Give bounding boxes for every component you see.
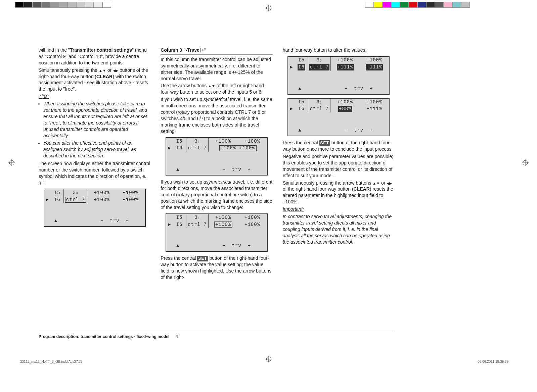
imposition-filename: 33112_mx12_HoTT_2_GB.indd Abs27:75	[20, 360, 83, 363]
body-text: If you wish to set up symmetrical travel…	[161, 96, 272, 134]
up-down-icon: ▲▼	[372, 181, 380, 185]
body-text: Simultaneously pressing the arrow button…	[283, 180, 395, 205]
body-text: Negative and positive parameter values a…	[283, 153, 395, 179]
lcd-screenshot: I53▯+100%+100% ▶I6ctrl 7+111%+111% ▲− tr…	[287, 56, 390, 95]
page-content: will find in the "Transmitter control se…	[39, 47, 395, 339]
up-down-icon: ▲▼	[99, 68, 106, 72]
imposition-timestamp: 06.06.2011 19:39:39	[478, 360, 508, 363]
crosshair-icon	[8, 159, 15, 166]
lcd-screenshot: I53▯+100%+100% ▶I6ctrl 7+100% +100% ▲− t…	[166, 137, 268, 176]
crosshair-icon	[265, 356, 272, 362]
body-text: Simultaneously pressing the ▲▼ or ◀▶ but…	[39, 67, 150, 93]
lcd-screenshot: I53▯+100%+100% ▶I6ctrl 7+88%+111% ▲− trv…	[287, 98, 390, 137]
page-number: 75	[175, 334, 179, 339]
page-footer: Program description: transmitter control…	[39, 332, 395, 339]
body-text: Use the arrow buttons ▲▼ of the left or …	[161, 83, 272, 95]
footer-title: Program description: transmitter control…	[39, 334, 169, 339]
body-text: hand four-way button to alter the values…	[283, 47, 395, 53]
body-text: Press the central SET button of the righ…	[283, 140, 395, 152]
important-heading: Important:	[283, 206, 395, 212]
tips-heading: Tips:	[39, 93, 150, 100]
list-item: When assigning the switches please take …	[43, 101, 150, 139]
crosshair-icon	[522, 159, 529, 166]
set-badge: SET	[197, 256, 208, 261]
list-item: You can alter the effective end-points o…	[43, 140, 150, 159]
crosshair-icon	[265, 5, 272, 11]
section-heading: Column 3 "-Travel+"	[161, 47, 272, 53]
lcd-screenshot: I53▯+100%+100% ▶I6ctrl 7+100%+100% ▲− tr…	[44, 189, 146, 227]
body-text: In this column the transmitter control c…	[161, 56, 272, 82]
gray-swatches	[15, 2, 111, 8]
body-text: Press the central SET button of the righ…	[161, 255, 272, 281]
tips-list: When assigning the switches please take …	[39, 101, 150, 159]
color-swatches	[365, 2, 470, 8]
lcd-screenshot: I53▯+100%+100% ▶I6ctrl 7+100%+100% ▲− tr…	[166, 213, 268, 252]
left-right-icon: ◀▶	[113, 68, 118, 72]
body-text: If you wish to set up asymmetrical trave…	[161, 179, 272, 210]
body-text: will find in the "Transmitter control se…	[39, 47, 150, 66]
up-down-icon: ▲▼	[208, 84, 215, 88]
set-badge: SET	[319, 140, 330, 146]
left-right-icon: ◀▶	[387, 181, 392, 185]
body-text: In contrast to servo travel adjustments,…	[283, 213, 395, 245]
body-text: The screen now displays either the trans…	[39, 160, 150, 186]
